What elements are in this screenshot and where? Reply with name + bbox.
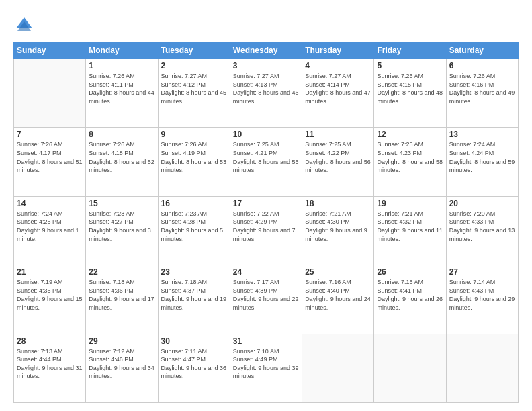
day-number: 5 bbox=[377, 61, 443, 71]
calendar-cell: 18Sunrise: 7:21 AMSunset: 4:30 PMDayligh… bbox=[302, 196, 374, 265]
calendar-cell: 4Sunrise: 7:27 AMSunset: 4:14 PMDaylight… bbox=[302, 59, 374, 128]
day-info: Sunrise: 7:23 AMSunset: 4:27 PMDaylight:… bbox=[89, 210, 154, 243]
calendar-cell: 9Sunrise: 7:26 AMSunset: 4:19 PMDaylight… bbox=[158, 128, 230, 196]
calendar-cell: 8Sunrise: 7:26 AMSunset: 4:18 PMDaylight… bbox=[86, 128, 158, 196]
calendar-cell: 30Sunrise: 7:11 AMSunset: 4:47 PMDayligh… bbox=[158, 334, 230, 402]
day-info: Sunrise: 7:27 AMSunset: 4:13 PMDaylight:… bbox=[233, 72, 299, 105]
day-number: 1 bbox=[89, 61, 154, 71]
day-number: 29 bbox=[89, 336, 154, 346]
calendar-cell: 22Sunrise: 7:18 AMSunset: 4:36 PMDayligh… bbox=[86, 265, 158, 334]
day-info: Sunrise: 7:26 AMSunset: 4:17 PMDaylight:… bbox=[17, 140, 83, 174]
day-number: 15 bbox=[89, 199, 154, 208]
calendar-table: SundayMondayTuesdayWednesdayThursdayFrid… bbox=[13, 42, 519, 403]
day-number: 18 bbox=[305, 199, 371, 208]
calendar-cell: 6Sunrise: 7:26 AMSunset: 4:16 PMDaylight… bbox=[446, 59, 518, 128]
calendar-cell: 21Sunrise: 7:19 AMSunset: 4:35 PMDayligh… bbox=[14, 265, 86, 334]
calendar-cell bbox=[302, 334, 374, 402]
calendar-cell: 5Sunrise: 7:26 AMSunset: 4:15 PMDaylight… bbox=[374, 59, 446, 128]
day-info: Sunrise: 7:26 AMSunset: 4:18 PMDaylight:… bbox=[89, 140, 154, 174]
weekday-header-thursday: Thursday bbox=[302, 42, 374, 59]
calendar-cell bbox=[446, 334, 518, 402]
day-number: 3 bbox=[233, 61, 299, 71]
page: SundayMondayTuesdayWednesdayThursdayFrid… bbox=[0, 0, 532, 411]
calendar-cell: 31Sunrise: 7:10 AMSunset: 4:49 PMDayligh… bbox=[230, 334, 302, 402]
weekday-header-friday: Friday bbox=[374, 42, 446, 59]
day-info: Sunrise: 7:21 AMSunset: 4:32 PMDaylight:… bbox=[377, 210, 443, 243]
day-number: 25 bbox=[305, 267, 371, 277]
day-number: 4 bbox=[305, 61, 371, 71]
weekday-header-row: SundayMondayTuesdayWednesdayThursdayFrid… bbox=[14, 42, 519, 59]
calendar-cell: 11Sunrise: 7:25 AMSunset: 4:22 PMDayligh… bbox=[302, 128, 374, 196]
day-number: 23 bbox=[161, 267, 227, 277]
day-info: Sunrise: 7:10 AMSunset: 4:49 PMDaylight:… bbox=[233, 347, 299, 381]
weekday-header-tuesday: Tuesday bbox=[158, 42, 230, 59]
calendar-cell: 19Sunrise: 7:21 AMSunset: 4:32 PMDayligh… bbox=[374, 196, 446, 265]
calendar-cell: 20Sunrise: 7:20 AMSunset: 4:33 PMDayligh… bbox=[446, 196, 518, 265]
day-number: 7 bbox=[17, 130, 83, 139]
day-info: Sunrise: 7:13 AMSunset: 4:44 PMDaylight:… bbox=[17, 347, 83, 381]
calendar-cell: 26Sunrise: 7:15 AMSunset: 4:41 PMDayligh… bbox=[374, 265, 446, 334]
day-number: 20 bbox=[449, 199, 515, 208]
weekday-header-wednesday: Wednesday bbox=[230, 42, 302, 59]
day-info: Sunrise: 7:25 AMSunset: 4:22 PMDaylight:… bbox=[305, 140, 371, 174]
day-info: Sunrise: 7:20 AMSunset: 4:33 PMDaylight:… bbox=[449, 210, 515, 243]
calendar-cell: 13Sunrise: 7:24 AMSunset: 4:24 PMDayligh… bbox=[446, 128, 518, 196]
day-number: 2 bbox=[161, 61, 227, 71]
day-info: Sunrise: 7:11 AMSunset: 4:47 PMDaylight:… bbox=[161, 347, 227, 381]
day-number: 21 bbox=[17, 267, 83, 277]
day-number: 27 bbox=[449, 267, 515, 277]
calendar-cell: 12Sunrise: 7:25 AMSunset: 4:23 PMDayligh… bbox=[374, 128, 446, 196]
calendar-cell: 28Sunrise: 7:13 AMSunset: 4:44 PMDayligh… bbox=[14, 334, 86, 402]
day-info: Sunrise: 7:24 AMSunset: 4:24 PMDaylight:… bbox=[449, 140, 515, 174]
day-number: 30 bbox=[161, 336, 227, 346]
day-info: Sunrise: 7:21 AMSunset: 4:30 PMDaylight:… bbox=[305, 210, 371, 243]
day-info: Sunrise: 7:18 AMSunset: 4:37 PMDaylight:… bbox=[161, 278, 227, 312]
calendar-cell: 3Sunrise: 7:27 AMSunset: 4:13 PMDaylight… bbox=[230, 59, 302, 128]
day-info: Sunrise: 7:26 AMSunset: 4:11 PMDaylight:… bbox=[89, 72, 154, 105]
calendar-cell bbox=[374, 334, 446, 402]
day-info: Sunrise: 7:15 AMSunset: 4:41 PMDaylight:… bbox=[377, 278, 443, 312]
week-row-3: 21Sunrise: 7:19 AMSunset: 4:35 PMDayligh… bbox=[14, 265, 519, 334]
calendar-cell: 7Sunrise: 7:26 AMSunset: 4:17 PMDaylight… bbox=[14, 128, 86, 196]
weekday-header-saturday: Saturday bbox=[446, 42, 518, 59]
day-number: 10 bbox=[233, 130, 299, 139]
day-info: Sunrise: 7:22 AMSunset: 4:29 PMDaylight:… bbox=[233, 210, 299, 243]
calendar-cell: 24Sunrise: 7:17 AMSunset: 4:39 PMDayligh… bbox=[230, 265, 302, 334]
day-info: Sunrise: 7:25 AMSunset: 4:21 PMDaylight:… bbox=[233, 140, 299, 174]
logo bbox=[13, 15, 38, 36]
day-info: Sunrise: 7:12 AMSunset: 4:46 PMDaylight:… bbox=[89, 347, 154, 381]
day-info: Sunrise: 7:23 AMSunset: 4:28 PMDaylight:… bbox=[161, 210, 227, 243]
day-info: Sunrise: 7:25 AMSunset: 4:23 PMDaylight:… bbox=[377, 140, 443, 174]
day-info: Sunrise: 7:19 AMSunset: 4:35 PMDaylight:… bbox=[17, 278, 83, 312]
calendar-cell: 23Sunrise: 7:18 AMSunset: 4:37 PMDayligh… bbox=[158, 265, 230, 334]
week-row-1: 7Sunrise: 7:26 AMSunset: 4:17 PMDaylight… bbox=[14, 128, 519, 196]
header bbox=[13, 12, 519, 36]
day-info: Sunrise: 7:27 AMSunset: 4:12 PMDaylight:… bbox=[161, 72, 227, 105]
day-info: Sunrise: 7:14 AMSunset: 4:43 PMDaylight:… bbox=[449, 278, 515, 312]
day-info: Sunrise: 7:27 AMSunset: 4:14 PMDaylight:… bbox=[305, 72, 371, 105]
calendar-cell: 15Sunrise: 7:23 AMSunset: 4:27 PMDayligh… bbox=[86, 196, 158, 265]
day-number: 8 bbox=[89, 130, 154, 139]
day-number: 31 bbox=[233, 336, 299, 346]
calendar-cell: 27Sunrise: 7:14 AMSunset: 4:43 PMDayligh… bbox=[446, 265, 518, 334]
calendar-cell: 29Sunrise: 7:12 AMSunset: 4:46 PMDayligh… bbox=[86, 334, 158, 402]
calendar-cell bbox=[14, 59, 86, 128]
calendar-cell: 14Sunrise: 7:24 AMSunset: 4:25 PMDayligh… bbox=[14, 196, 86, 265]
calendar-cell: 17Sunrise: 7:22 AMSunset: 4:29 PMDayligh… bbox=[230, 196, 302, 265]
day-number: 13 bbox=[449, 130, 515, 139]
day-number: 17 bbox=[233, 199, 299, 208]
day-number: 28 bbox=[17, 336, 83, 346]
day-info: Sunrise: 7:26 AMSunset: 4:16 PMDaylight:… bbox=[449, 72, 515, 105]
calendar-cell: 10Sunrise: 7:25 AMSunset: 4:21 PMDayligh… bbox=[230, 128, 302, 196]
weekday-header-sunday: Sunday bbox=[14, 42, 86, 59]
day-number: 24 bbox=[233, 267, 299, 277]
day-number: 14 bbox=[17, 199, 83, 208]
weekday-header-monday: Monday bbox=[86, 42, 158, 59]
calendar-cell: 1Sunrise: 7:26 AMSunset: 4:11 PMDaylight… bbox=[86, 59, 158, 128]
day-info: Sunrise: 7:26 AMSunset: 4:15 PMDaylight:… bbox=[377, 72, 443, 105]
week-row-2: 14Sunrise: 7:24 AMSunset: 4:25 PMDayligh… bbox=[14, 196, 519, 265]
day-number: 12 bbox=[377, 130, 443, 139]
day-number: 26 bbox=[377, 267, 443, 277]
day-number: 16 bbox=[161, 199, 227, 208]
day-info: Sunrise: 7:16 AMSunset: 4:40 PMDaylight:… bbox=[305, 278, 371, 312]
